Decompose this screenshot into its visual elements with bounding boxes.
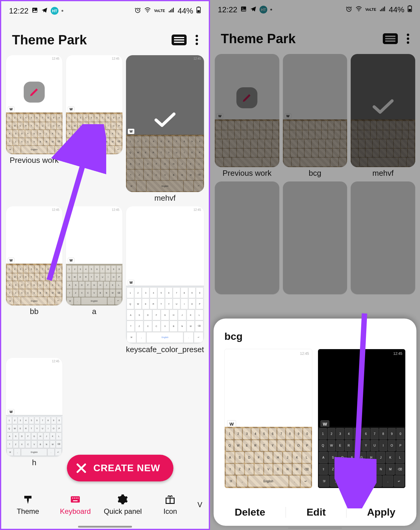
theme-card: mehvf xyxy=(351,54,415,178)
theme-label: Previous work xyxy=(10,156,58,165)
volte-indicator: VoLTE xyxy=(365,7,376,12)
wifi-icon xyxy=(144,6,151,16)
theme-label: bb xyxy=(30,307,39,316)
svg-rect-20 xyxy=(409,5,411,6)
more-notifications-dot xyxy=(270,9,272,10)
nav-keyboard[interactable]: Keyboard xyxy=(52,494,99,516)
suggest-chip: W xyxy=(227,420,236,427)
page-title: Theme Park xyxy=(221,31,296,46)
suggest-chip: W xyxy=(68,258,74,263)
status-time: 12:22 xyxy=(218,5,237,14)
svg-rect-7 xyxy=(71,496,80,503)
delete-button[interactable]: Delete xyxy=(235,506,265,518)
signal-icon xyxy=(379,5,386,14)
suggest-chip: W xyxy=(128,129,134,134)
telegram-icon xyxy=(41,6,48,16)
thumb-status: 12:45 xyxy=(52,208,59,211)
nav-icon[interactable]: Icon xyxy=(146,494,194,516)
page-title: Theme Park xyxy=(12,32,87,47)
theme-card[interactable]: 12:45 W 1234567890 QWERTYUIOP ASDFGHJKL … xyxy=(6,358,62,468)
thumb-status: 12:45 xyxy=(112,57,119,60)
theme-label: Previous work xyxy=(223,169,272,178)
applied-check-icon xyxy=(153,111,177,129)
more-options-icon[interactable] xyxy=(196,35,198,45)
keyboard-mode-icon[interactable] xyxy=(172,34,187,45)
svg-point-18 xyxy=(358,10,359,11)
bottom-nav: Theme Keyboard Quick panel Icon V xyxy=(1,487,209,523)
suggest-chip: W xyxy=(8,106,14,112)
svg-rect-12 xyxy=(73,500,78,501)
thumb-status: 12:45 xyxy=(112,208,119,211)
theme-label: h xyxy=(32,458,36,467)
svg-rect-6 xyxy=(197,10,200,12)
battery-icon xyxy=(407,5,412,14)
nav-label: Icon xyxy=(164,507,177,516)
nav-label: Theme xyxy=(17,507,39,516)
svg-rect-8 xyxy=(72,498,73,499)
keyboard-preview: 1234567890 QWERTYUIOP ASDFGHJKL ⇧ZXCVBNM… xyxy=(66,264,122,305)
theme-label: bcg xyxy=(88,156,100,165)
editing-badge xyxy=(24,82,45,103)
svg-rect-11 xyxy=(78,498,79,499)
wifi-icon xyxy=(355,5,362,14)
gallery-icon xyxy=(240,5,247,14)
keyboard-preview: 1234567890 QWERTYUIOP ASDFGHJKL ⇧ZXCVBNM… xyxy=(225,427,312,488)
divider xyxy=(286,507,286,518)
gesture-bar xyxy=(288,527,342,529)
theme-card[interactable]: 12:45 W 1234567890 QWERTYUIOP ASDFGHJKL … xyxy=(126,206,204,354)
gear-icon xyxy=(117,494,129,505)
keyboard-preview: 1234567890 QWERTYUIOP ASDFGHJKL ⇧ZXCVBNM… xyxy=(66,112,122,154)
theme-card[interactable]: 12:45 W 1234567890 QWERTYUIOP ASDFGHJKL … xyxy=(66,55,122,203)
status-bar: 12:22 HT VoLTE xyxy=(1,1,209,20)
theme-action-sheet: bcg 12:45 W 1234567890 QWERTYUIOP ASDFGH… xyxy=(214,319,416,526)
alarm-icon xyxy=(346,5,352,14)
battery-text: 44% xyxy=(178,6,193,16)
telegram-icon xyxy=(250,5,256,14)
theme-card xyxy=(283,181,347,295)
thumb-status: 12:45 xyxy=(194,208,201,211)
suggest-chip: W xyxy=(128,280,134,285)
theme-label: bcg xyxy=(309,169,321,178)
theme-label: mehvf xyxy=(154,194,176,203)
battery-text: 44% xyxy=(389,5,404,14)
applied-check-icon xyxy=(371,98,395,116)
gallery-icon xyxy=(32,6,38,16)
suggest-chip: W xyxy=(8,409,14,415)
nav-overflow[interactable]: V xyxy=(194,501,206,509)
edit-button[interactable]: Edit xyxy=(307,506,326,518)
sheet-title: bcg xyxy=(224,331,406,342)
theme-card: W Previous work xyxy=(215,54,279,178)
theme-card[interactable]: 12:45 W 1234567890 QWERTYUIOP ASDFGHJKL … xyxy=(126,55,204,203)
gift-icon xyxy=(164,494,176,505)
preview-status: 12:45 xyxy=(300,352,309,356)
theme-card[interactable]: 12:45 W 1234567890 QWERTYUIOP ASDFGHJKL … xyxy=(66,206,122,354)
svg-point-1 xyxy=(33,9,34,10)
svg-rect-9 xyxy=(74,498,75,499)
svg-point-3 xyxy=(147,12,148,13)
thumb-status: 12:45 xyxy=(194,57,201,60)
divider xyxy=(346,507,346,518)
preview-light: 12:45 W 1234567890 QWERTYUIOP ASDFGHJKL … xyxy=(224,349,312,488)
brush-icon xyxy=(22,494,34,505)
svg-rect-5 xyxy=(198,7,200,7)
nav-quick-panel[interactable]: Quick panel xyxy=(99,494,146,516)
thumb-status: 12:45 xyxy=(52,57,59,60)
nav-theme[interactable]: Theme xyxy=(4,494,52,516)
nav-overflow-hint: V xyxy=(197,501,202,509)
theme-card[interactable]: 12:45 W 1234567890 QWERTYUIOP ASDFGHJKL … xyxy=(6,55,62,203)
keyboard-preview: 1234567890 QWERTYUIOP ASDFGHJKL ⇧ZXCVBNM… xyxy=(126,135,204,192)
keyboard-preview: 1234567890 QWERTYUIOP ASDFGHJKL ⇧ZXCVBNM… xyxy=(6,264,62,305)
close-x-icon xyxy=(76,463,87,474)
theme-card[interactable]: 12:45 W 1234567890 QWERTYUIOP ASDFGHJKL … xyxy=(6,206,62,354)
nav-label: Quick panel xyxy=(104,507,142,516)
keyboard-preview: 1234567890 QWERTYUIOP ASDFGHJKL ⇧ZXCVBNM… xyxy=(318,427,405,488)
theme-card xyxy=(215,181,279,295)
status-time: 12:22 xyxy=(9,6,28,16)
app-header: Theme Park xyxy=(1,20,209,55)
keyboard-preview: 1234567890 QWERTYUIOP ASDFGHJKL ⇧ZXCVBNM… xyxy=(6,112,62,154)
apply-button[interactable]: Apply xyxy=(367,506,395,518)
create-new-button[interactable]: CREATE NEW xyxy=(67,455,173,481)
create-new-label: CREATE NEW xyxy=(93,463,160,474)
status-bar: 12:22 HT VoLTE 44% xyxy=(210,0,420,19)
keyboard-preview: 1234567890 QWERTYUIOP ASDFGHJKL ⇧ZXCVBNM… xyxy=(6,415,62,457)
